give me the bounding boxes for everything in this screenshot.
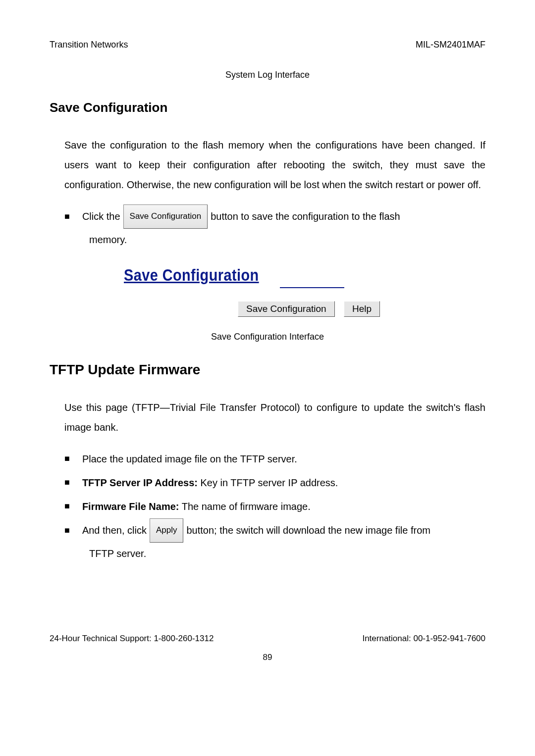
bullet-text-continue: memory.	[89, 229, 485, 251]
header-left: Transition Networks	[50, 40, 128, 50]
bullet-bold: Firmware File Name:	[82, 501, 179, 512]
screenshot-save-button[interactable]: Save Configuration	[238, 301, 335, 317]
bullet-marker-icon: ■	[64, 472, 70, 493]
footer-right: International: 00-1-952-941-7600	[362, 634, 485, 644]
bullet-text: Firmware File Name: The name of firmware…	[82, 495, 311, 518]
bullet-text-prefix: Click the	[82, 204, 120, 228]
bullet-marker-icon: ■	[64, 520, 70, 541]
tftp-paragraph: Use this page (TFTP—Trivial File Transfe…	[64, 398, 485, 437]
screenshot-help-button[interactable]: Help	[344, 301, 380, 317]
caption-system-log: System Log Interface	[50, 70, 485, 80]
bullet-text: TFTP Server IP Address: Key in TFTP serv…	[82, 471, 338, 495]
save-config-bullet: ■ Click the Save Configuration button to…	[64, 204, 485, 229]
page-number: 89	[50, 653, 485, 662]
save-config-paragraph: Save the configuration to the flash memo…	[64, 135, 485, 195]
bullet-bold: TFTP Server IP Address:	[82, 477, 198, 488]
footer-left: 24-Hour Technical Support: 1-800-260-131…	[50, 634, 214, 644]
apply-button[interactable]: Apply	[150, 518, 184, 543]
bullet-text-continue: TFTP server.	[89, 543, 485, 564]
screenshot-title: Save Configuration	[124, 265, 259, 285]
header-right: MIL-SM2401MAF	[416, 40, 485, 50]
bullet-text: Place the updated image file on the TFTP…	[82, 447, 297, 471]
bullet-marker-icon: ■	[64, 448, 70, 469]
bullet-text-suffix: button; the switch will download the new…	[186, 518, 430, 542]
title-underline	[280, 287, 344, 288]
page-header: Transition Networks MIL-SM2401MAF	[50, 40, 485, 50]
bullet-text-prefix: And then, click	[82, 518, 147, 542]
tftp-bullet-2: ■ TFTP Server IP Address: Key in TFTP se…	[64, 471, 485, 495]
tftp-bullet-4: ■ And then, click Apply button; the swit…	[64, 518, 485, 543]
page-footer: 24-Hour Technical Support: 1-800-260-131…	[50, 634, 485, 644]
tftp-bullet-1: ■ Place the updated image file on the TF…	[64, 447, 485, 471]
bullet-text-suffix: button to save the configuration to the …	[211, 204, 400, 228]
caption-save-config-interface: Save Configuration Interface	[50, 332, 485, 342]
bullet-marker-icon: ■	[64, 206, 70, 227]
save-configuration-button[interactable]: Save Configuration	[123, 204, 208, 229]
save-config-screenshot: Save Configuration Save Configuration He…	[124, 265, 485, 317]
bullet-rest: Key in TFTP server IP address.	[198, 477, 338, 488]
bullet-rest: The name of firmware image.	[179, 501, 311, 512]
heading-save-configuration: Save Configuration	[50, 100, 485, 115]
bullet-marker-icon: ■	[64, 496, 70, 517]
tftp-bullet-3: ■ Firmware File Name: The name of firmwa…	[64, 495, 485, 518]
heading-tftp-update-firmware: TFTP Update Firmware	[50, 362, 485, 378]
